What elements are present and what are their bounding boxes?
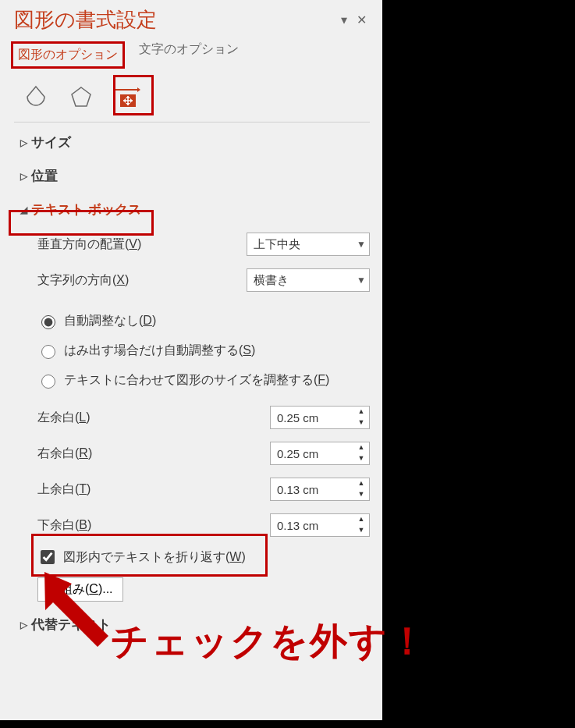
size-properties-icon[interactable] — [109, 80, 144, 114]
spinner-value: 0.25 cm — [271, 411, 353, 424]
chevron-right-icon: ▷ — [20, 620, 31, 630]
spin-up-icon[interactable]: ▲ — [353, 514, 369, 525]
checkbox-input[interactable] — [41, 550, 55, 564]
combo-value: 上下中央 — [254, 237, 357, 252]
row-vertical-align: 垂直方向の配置(V) 上下中央 ▼ — [37, 226, 370, 262]
highlight-shape-options: 図形のオプション — [11, 41, 125, 69]
spinner-value: 0.13 cm — [271, 519, 353, 532]
section-textbox[interactable]: ◢ テキスト ボックス — [0, 193, 382, 226]
spinner-margin-top[interactable]: 0.13 cm ▲▼ — [270, 478, 370, 501]
row-margin-left: 左余白(L) 0.25 cm ▲▼ — [37, 400, 370, 435]
svg-marker-3 — [137, 87, 140, 92]
spin-up-icon[interactable]: ▲ — [353, 407, 369, 417]
panel-header: 図形の書式設定 ▾ ✕ — [0, 6, 382, 41]
format-shape-panel: 図形の書式設定 ▾ ✕ 図形のオプション 文字のオプション — [0, 0, 382, 720]
combo-text-direction[interactable]: 横書き ▼ — [247, 268, 370, 292]
chevron-down-icon: ▼ — [357, 275, 366, 286]
tab-shape-options[interactable]: 図形のオプション — [18, 48, 118, 61]
spinner-margin-left[interactable]: 0.25 cm ▲▼ — [270, 406, 370, 429]
radio-no-autofit[interactable]: 自動調整なし(D) — [37, 306, 370, 336]
divider — [14, 122, 370, 123]
category-icons — [0, 73, 382, 114]
spinner-value: 0.25 cm — [271, 447, 353, 460]
combo-vertical-align[interactable]: 上下中央 ▼ — [247, 233, 370, 256]
spinner-margin-right[interactable]: 0.25 cm ▲▼ — [270, 442, 370, 465]
effects-icon[interactable] — [64, 80, 98, 114]
label-vertical-align: 垂直方向の配置(V) — [37, 236, 247, 253]
spinner-value: 0.13 cm — [271, 483, 353, 496]
label-margin-bottom: 下余白(B) — [37, 517, 209, 534]
radio-resize-shape[interactable]: テキストに合わせて図形のサイズを調整する(F) — [37, 365, 370, 395]
section-size[interactable]: ▷ サイズ — [0, 126, 382, 159]
tab-text-options[interactable]: 文字のオプション — [139, 41, 239, 69]
label-margin-right: 右余白(R) — [37, 446, 209, 462]
row-text-direction: 文字列の方向(X) 横書き ▼ — [37, 262, 370, 298]
spin-down-icon[interactable]: ▼ — [353, 453, 369, 464]
radio-input[interactable] — [41, 345, 55, 359]
combo-value: 横書き — [254, 273, 357, 288]
option-tabs: 図形のオプション 文字のオプション — [0, 41, 382, 73]
row-margin-top: 上余白(T) 0.13 cm ▲▼ — [37, 471, 370, 507]
label-margin-left: 左余白(L) — [37, 410, 209, 426]
label-margin-top: 上余白(T) — [37, 481, 209, 498]
chevron-right-icon: ▷ — [20, 171, 31, 182]
radio-label: 自動調整なし(D) — [64, 313, 156, 329]
checkbox-wrap-text[interactable]: 図形内でテキストを折り返す(W) — [37, 543, 370, 571]
section-alttext[interactable]: ▷ 代替テキスト — [0, 602, 382, 641]
close-icon[interactable]: ✕ — [353, 12, 370, 27]
section-position[interactable]: ▷ 位置 — [0, 159, 382, 193]
chevron-right-icon: ▷ — [20, 137, 31, 148]
fill-line-icon[interactable] — [19, 80, 53, 114]
section-size-label: サイズ — [31, 133, 71, 151]
section-position-label: 位置 — [31, 167, 58, 185]
spin-down-icon[interactable]: ▼ — [353, 525, 369, 536]
spin-up-icon[interactable]: ▲ — [353, 442, 369, 453]
spinner-margin-bottom[interactable]: 0.13 cm ▲▼ — [270, 513, 370, 537]
chevron-down-icon: ◢ — [20, 204, 31, 215]
spin-down-icon[interactable]: ▼ — [353, 489, 369, 500]
checkbox-label: 図形内でテキストを折り返す(W) — [63, 549, 246, 566]
radio-label: テキストに合わせて図形のサイズを調整する(F) — [64, 372, 329, 389]
row-margin-bottom: 下余白(B) 0.13 cm ▲▼ — [37, 507, 370, 543]
chevron-down-icon: ▼ — [357, 239, 366, 250]
panel-title: 図形の書式設定 — [14, 6, 335, 34]
section-alttext-label: 代替テキスト — [31, 616, 111, 634]
radio-input[interactable] — [41, 375, 55, 389]
collapse-icon[interactable]: ▾ — [335, 12, 353, 27]
radio-input[interactable] — [41, 315, 55, 329]
textbox-content: 垂直方向の配置(V) 上下中央 ▼ 文字列の方向(X) 横書き ▼ 自動調整なし… — [0, 226, 382, 602]
spin-down-icon[interactable]: ▼ — [353, 417, 369, 428]
spin-up-icon[interactable]: ▲ — [353, 478, 369, 489]
columns-button[interactable]: 段組み(C)... — [37, 577, 123, 602]
radio-label: はみ出す場合だけ自動調整する(S) — [64, 343, 255, 359]
row-margin-right: 右余白(R) 0.25 cm ▲▼ — [37, 435, 370, 471]
radio-shrink-overflow[interactable]: はみ出す場合だけ自動調整する(S) — [37, 336, 370, 365]
section-textbox-label: テキスト ボックス — [31, 201, 141, 218]
label-text-direction: 文字列の方向(X) — [37, 272, 247, 289]
svg-marker-0 — [72, 87, 91, 106]
